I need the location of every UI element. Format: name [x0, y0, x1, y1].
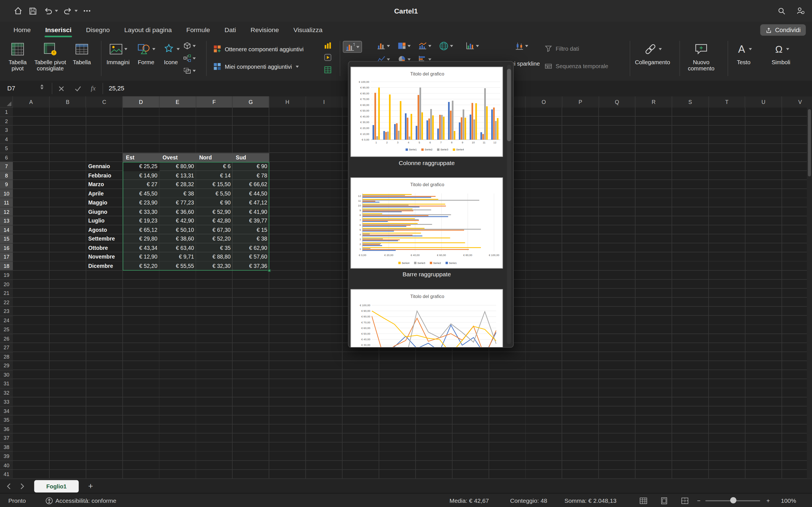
value-cell[interactable]: € 55,55	[159, 262, 196, 270]
value-cell[interactable]: € 37,36	[233, 262, 269, 270]
get-addins-button[interactable]: Ottenere componenti aggiuntivi	[213, 45, 304, 53]
value-cell[interactable]: € 43,34	[123, 243, 160, 252]
undo-dropdown-icon[interactable]	[55, 10, 58, 12]
value-cell[interactable]: € 23,90	[123, 198, 160, 207]
symbols-button[interactable]: Ω Simboli	[765, 41, 797, 65]
more-commands-icon[interactable]	[81, 5, 93, 16]
hierarchy-chart-button[interactable]	[398, 42, 411, 50]
value-cell[interactable]: € 15,50	[196, 180, 233, 189]
value-cell[interactable]: € 9,71	[159, 252, 196, 262]
name-box-stepper[interactable]	[40, 84, 43, 89]
row-header-19[interactable]: 19	[0, 271, 13, 280]
pivot-chart-button[interactable]	[466, 42, 479, 50]
row-header-28[interactable]: 28	[0, 352, 13, 361]
link-button[interactable]: Collegamento	[633, 41, 672, 65]
row-header-40[interactable]: 40	[0, 461, 13, 470]
pictures-button[interactable]: Immagini	[103, 41, 133, 65]
row-header-18[interactable]: 18	[0, 262, 13, 270]
month-cell-undefined[interactable]: Aprile	[86, 189, 123, 198]
value-cell[interactable]: € 52,20	[123, 262, 160, 270]
row-header-5[interactable]: 5	[0, 144, 13, 153]
value-cell[interactable]: € 67,30	[196, 225, 233, 234]
row-header-24[interactable]: 24	[0, 316, 13, 325]
confirm-entry-icon[interactable]	[70, 81, 85, 96]
column-chart-button[interactable]	[377, 42, 390, 50]
search-icon[interactable]	[776, 5, 787, 16]
month-cell-undefined[interactable]: Dicembre	[86, 262, 123, 270]
row-header-17[interactable]: 17	[0, 252, 13, 262]
row-header-14[interactable]: 14	[0, 225, 13, 234]
value-cell[interactable]: € 38,60	[159, 234, 196, 243]
column-header-T[interactable]: T	[709, 96, 746, 108]
status-sum[interactable]: Somma: € 2.048,13	[564, 494, 616, 507]
redo-icon[interactable]	[62, 5, 73, 16]
zoom-out-button[interactable]: −	[697, 494, 700, 507]
statistical-chart-button[interactable]	[515, 42, 528, 50]
zoom-in-button[interactable]: +	[766, 494, 770, 507]
value-cell[interactable]: € 35	[196, 243, 233, 252]
models-3d-button[interactable]	[183, 42, 196, 50]
chart-preview-line[interactable]: Titolo del grafico€ 0,00€ 10,00€ 20,00€ …	[350, 289, 503, 348]
row-header-15[interactable]: 15	[0, 234, 13, 243]
column-header-D[interactable]: D	[123, 96, 160, 108]
formula-input[interactable]: 25,25	[109, 81, 124, 96]
row-header-3[interactable]: 3	[0, 126, 13, 135]
value-cell[interactable]: € 50,10	[159, 225, 196, 234]
row-header-34[interactable]: 34	[0, 406, 13, 415]
value-cell[interactable]: € 25,25	[123, 162, 160, 171]
zoom-level[interactable]: 100%	[781, 494, 796, 507]
media-button[interactable]	[324, 54, 332, 61]
value-cell[interactable]: € 12,90	[123, 252, 160, 262]
chart-preview-clustered-bars[interactable]: Titolo del grafico€ 0,00€ 20,00€ 40,00€ …	[350, 177, 503, 269]
select-all-button[interactable]	[0, 96, 13, 108]
value-cell[interactable]: € 42,80	[196, 216, 233, 225]
row-header-29[interactable]: 29	[0, 361, 13, 370]
column-header-I[interactable]: I	[306, 96, 343, 108]
value-cell[interactable]: € 29,80	[123, 234, 160, 243]
timeline-button[interactable]: Sequenza temporale	[545, 62, 608, 70]
tab-layout-di-pagina[interactable]: Layout di pagina	[124, 22, 172, 37]
normal-view-icon[interactable]	[638, 496, 649, 506]
value-cell[interactable]: € 77,23	[159, 198, 196, 207]
recommended-charts-button[interactable]: ?	[343, 41, 362, 53]
screenshot-button[interactable]	[183, 67, 196, 75]
tab-formule[interactable]: Formule	[186, 22, 211, 37]
value-cell[interactable]: € 39,77	[233, 216, 269, 225]
combo-chart-button[interactable]	[418, 42, 432, 50]
value-cell[interactable]: € 90	[233, 162, 269, 171]
row-header-1[interactable]: 1	[0, 108, 13, 117]
vertical-scrollbar[interactable]	[807, 108, 812, 479]
value-cell[interactable]: € 6	[196, 162, 233, 171]
account-settings-icon[interactable]	[795, 5, 806, 16]
month-cell-undefined[interactable]: Settembre	[86, 234, 123, 243]
value-cell[interactable]: € 19,23	[123, 216, 160, 225]
home-icon[interactable]	[12, 5, 24, 16]
series-header-ovest[interactable]: Ovest	[159, 153, 196, 162]
row-header-4[interactable]: 4	[0, 135, 13, 144]
selection-fill-handle[interactable]	[268, 269, 271, 272]
tab-inserisci[interactable]: Inserisci	[45, 22, 72, 37]
column-header-E[interactable]: E	[159, 96, 196, 108]
value-cell[interactable]: € 88,80	[196, 252, 233, 262]
row-header-41[interactable]: 41	[0, 470, 13, 479]
chart-preview-clustered-columns[interactable]: Titolo del grafico€ 0,00€ 10,00€ 20,00€ …	[350, 67, 503, 157]
power-bi-button[interactable]	[324, 42, 332, 49]
value-cell[interactable]: € 65,12	[123, 225, 160, 234]
undo-icon[interactable]	[43, 5, 54, 16]
row-header-23[interactable]: 23	[0, 307, 13, 316]
column-header-F[interactable]: F	[196, 96, 233, 108]
value-cell[interactable]: € 80,90	[159, 162, 196, 171]
month-cell-undefined[interactable]: Agosto	[86, 225, 123, 234]
value-cell[interactable]: € 57,60	[233, 252, 269, 262]
column-header-P[interactable]: P	[562, 96, 599, 108]
value-cell[interactable]: € 33,30	[123, 207, 160, 216]
row-header-12[interactable]: 12	[0, 207, 13, 216]
value-cell[interactable]: € 44,50	[233, 189, 269, 198]
maps-chart-button[interactable]	[439, 41, 453, 51]
row-header-38[interactable]: 38	[0, 443, 13, 452]
value-cell[interactable]: € 78	[233, 171, 269, 180]
row-header-8[interactable]: 8	[0, 171, 13, 180]
row-header-9[interactable]: 9	[0, 180, 13, 189]
row-header-6[interactable]: 6	[0, 153, 13, 162]
row-header-22[interactable]: 22	[0, 298, 13, 307]
